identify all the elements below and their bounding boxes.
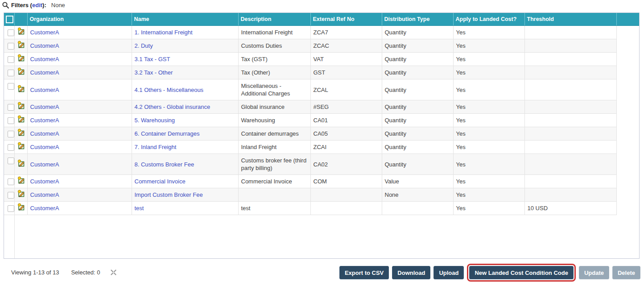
edit-record-icon[interactable] <box>17 54 25 62</box>
apply-to-landed-cost-cell: Yes <box>453 141 524 154</box>
organization-cell: CustomerA <box>27 202 132 215</box>
edit-record-icon[interactable] <box>17 41 25 49</box>
row-checkbox[interactable] <box>8 117 14 124</box>
description-cell: Commercial Invoice <box>238 175 310 188</box>
organization-link[interactable]: CustomerA <box>30 56 59 62</box>
column-header-name[interactable]: Name <box>132 13 238 26</box>
threshold-cell <box>524 114 616 127</box>
organization-link[interactable]: CustomerA <box>30 42 59 49</box>
description-cell: Inland Freight <box>238 141 310 154</box>
threshold-cell <box>524 66 616 79</box>
external-ref-no-cell: CA05 <box>310 127 382 141</box>
action-button-bar: Export to CSV Download Upload New Landed… <box>339 266 640 279</box>
edit-record-icon[interactable] <box>17 190 25 198</box>
column-header-apply-to-landed-cost[interactable]: Apply to Landed Cost? <box>453 13 524 26</box>
name-link[interactable]: 2. Duty <box>135 42 153 49</box>
edit-record-icon[interactable] <box>17 159 25 168</box>
name-cell: 8. Customs Broker Fee <box>132 154 238 175</box>
name-link[interactable]: 3.1 Tax - GST <box>135 56 170 62</box>
row-checkbox[interactable] <box>8 192 14 199</box>
column-header-organization[interactable]: Organization <box>27 13 132 26</box>
threshold-cell <box>524 53 616 66</box>
table-header-row: Organization Name Description External R… <box>4 13 639 26</box>
row-checkbox[interactable] <box>8 43 14 50</box>
apply-to-landed-cost-cell: Yes <box>453 114 524 127</box>
apply-to-landed-cost-cell: Yes <box>453 100 524 114</box>
row-checkbox[interactable] <box>8 205 14 212</box>
organization-link[interactable]: CustomerA <box>30 117 59 124</box>
organization-link[interactable]: CustomerA <box>30 205 59 212</box>
row-checkbox[interactable] <box>8 144 14 151</box>
organization-link[interactable]: CustomerA <box>30 144 59 150</box>
row-checkbox[interactable] <box>8 158 14 164</box>
external-ref-no-cell: CA01 <box>310 114 382 127</box>
edit-record-icon[interactable] <box>17 67 25 76</box>
edit-record-icon[interactable] <box>17 27 25 36</box>
row-checkbox[interactable] <box>8 83 14 90</box>
name-cell: 6. Container Demurrages <box>132 127 238 141</box>
name-link[interactable]: 7. Inland Freight <box>135 144 177 150</box>
name-link[interactable]: 5. Warehousing <box>135 117 175 124</box>
table-row: CustomerA6. Container DemurragesContaine… <box>4 127 639 141</box>
name-link[interactable]: test <box>135 205 144 212</box>
organization-link[interactable]: CustomerA <box>30 87 59 93</box>
organization-link[interactable]: CustomerA <box>30 178 59 185</box>
edit-record-icon[interactable] <box>17 203 25 212</box>
external-ref-no-cell: ZCAI <box>310 141 382 154</box>
row-checkbox[interactable] <box>8 70 14 76</box>
edit-record-icon[interactable] <box>17 85 25 93</box>
name-link[interactable]: 8. Customs Broker Fee <box>135 161 194 168</box>
description-cell: Container demurrages <box>238 127 310 141</box>
filters-edit-link[interactable]: edit <box>32 2 42 8</box>
column-header-threshold[interactable]: Threshold <box>524 13 616 26</box>
description-cell: Tax (Other) <box>238 66 310 79</box>
name-link[interactable]: Commercial Invoice <box>135 178 186 185</box>
organization-link[interactable]: CustomerA <box>30 130 59 137</box>
row-checkbox[interactable] <box>8 131 14 137</box>
apply-to-landed-cost-cell: Yes <box>453 127 524 141</box>
name-link[interactable]: 6. Container Demurrages <box>135 130 200 137</box>
edit-record-icon[interactable] <box>17 176 25 185</box>
organization-link[interactable]: CustomerA <box>30 69 59 76</box>
organization-link[interactable]: CustomerA <box>30 104 59 110</box>
row-checkbox[interactable] <box>8 104 14 111</box>
name-link[interactable]: 3.2 Tax - Other <box>135 69 173 76</box>
apply-to-landed-cost-cell: Yes <box>453 154 524 175</box>
threshold-cell <box>524 127 616 141</box>
table-row: CustomerA7. Inland FreightInland Freight… <box>4 141 639 154</box>
name-link[interactable]: 4.1 Others - Miscellaneous <box>135 87 204 93</box>
name-link[interactable]: 4.2 Others - Global insurance <box>135 104 211 110</box>
table-row: CustomerA1. International FreightInterna… <box>4 26 639 39</box>
column-header-distribution-type[interactable]: Distribution Type <box>382 13 453 26</box>
name-cell: 7. Inland Freight <box>132 141 238 154</box>
organization-link[interactable]: CustomerA <box>30 29 59 36</box>
column-header-external-ref-no[interactable]: External Ref No <box>310 13 382 26</box>
edit-record-icon[interactable] <box>17 115 25 124</box>
column-header-description[interactable]: Description <box>238 13 310 26</box>
apply-to-landed-cost-cell: Yes <box>453 202 524 215</box>
select-all-checkbox[interactable] <box>6 16 13 23</box>
row-checkbox[interactable] <box>8 29 14 36</box>
table-row: CustomerAImport Custom Broker FeeNoneYes <box>4 188 639 202</box>
name-link[interactable]: 1. International Freight <box>135 29 193 36</box>
edit-record-icon[interactable] <box>17 102 25 110</box>
row-checkbox[interactable] <box>8 56 14 63</box>
distribution-type-cell <box>382 202 453 215</box>
edit-record-icon[interactable] <box>17 142 25 150</box>
search-icon <box>2 1 9 9</box>
organization-cell: CustomerA <box>27 127 132 141</box>
export-to-csv-button[interactable]: Export to CSV <box>339 266 389 279</box>
organization-link[interactable]: CustomerA <box>30 191 59 198</box>
row-checkbox[interactable] <box>8 178 14 185</box>
filters-label-suffix: ): <box>42 2 46 8</box>
edit-record-icon[interactable] <box>17 129 25 137</box>
download-button[interactable]: Download <box>392 266 430 279</box>
upload-button[interactable]: Upload <box>433 266 464 279</box>
organization-link[interactable]: CustomerA <box>30 161 59 168</box>
name-link[interactable]: Import Custom Broker Fee <box>135 191 203 198</box>
distribution-type-cell: Quantity <box>382 66 453 79</box>
distribution-type-cell: Quantity <box>382 141 453 154</box>
new-landed-cost-condition-code-button[interactable]: New Landed Cost Condition Code <box>469 266 573 279</box>
clear-selection-icon[interactable] <box>110 269 117 276</box>
external-ref-no-cell: #SEG <box>310 100 382 114</box>
